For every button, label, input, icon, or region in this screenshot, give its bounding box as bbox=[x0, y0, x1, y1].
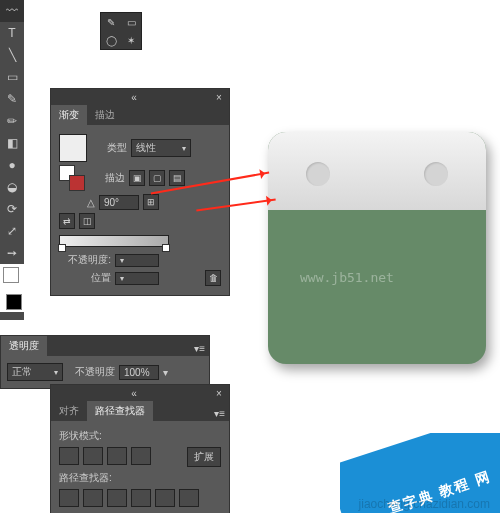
rotate-tool[interactable]: ⟳ bbox=[0, 198, 24, 220]
pf-divide[interactable] bbox=[59, 489, 79, 507]
position-label: 位置 bbox=[59, 271, 111, 285]
tab-transparency[interactable]: 透明度 bbox=[1, 336, 47, 356]
fill-stroke-proxy[interactable] bbox=[59, 165, 85, 191]
watermark-url: jiaocheng.chazidian.com bbox=[359, 497, 490, 511]
flyout-tool-3[interactable]: ◯ bbox=[101, 31, 121, 49]
type-label: 类型 bbox=[91, 141, 127, 155]
flyout-tool-2[interactable]: ▭ bbox=[121, 13, 141, 31]
flyout-tool-panel: ✎ ▭ ◯ ✶ bbox=[100, 12, 142, 50]
flyout-tool-4[interactable]: ✶ bbox=[121, 31, 141, 49]
panel-menu-icon[interactable]: ▾≡ bbox=[210, 406, 229, 421]
artwork-hole-left bbox=[306, 162, 330, 186]
canvas-artwork bbox=[268, 132, 486, 364]
shape-mode-label: 形状模式: bbox=[59, 429, 221, 443]
flyout-tool-1[interactable]: ✎ bbox=[101, 13, 121, 31]
stop-position-select[interactable] bbox=[115, 272, 159, 285]
gradient-ramp[interactable] bbox=[59, 235, 169, 247]
gradient-stop-end[interactable] bbox=[162, 244, 170, 252]
opacity-field[interactable]: 100% bbox=[119, 365, 159, 380]
opacity-label: 不透明度: bbox=[59, 253, 111, 267]
tab-align[interactable]: 对齐 bbox=[51, 401, 87, 421]
lasso-tool[interactable]: 〰 bbox=[0, 0, 24, 22]
shapemode-minus-front[interactable] bbox=[83, 447, 103, 465]
pf-minus-back[interactable] bbox=[179, 489, 199, 507]
gradient-stop-start[interactable] bbox=[58, 244, 66, 252]
angle-field[interactable]: 90° bbox=[99, 195, 139, 210]
grad-option-icon[interactable]: ◫ bbox=[79, 213, 95, 229]
stroke-align-3[interactable]: ▤ bbox=[169, 170, 185, 186]
blend-tool[interactable]: ◧ bbox=[0, 132, 24, 154]
shapemode-exclude[interactable] bbox=[131, 447, 151, 465]
blend-mode-select[interactable]: 正常 bbox=[7, 363, 63, 381]
tab-stroke[interactable]: 描边 bbox=[87, 105, 123, 125]
fill-color-swatch[interactable] bbox=[0, 264, 24, 288]
type-select[interactable]: 线性 bbox=[131, 139, 191, 157]
line-tool[interactable]: ╲ bbox=[0, 44, 24, 66]
trash-icon[interactable]: 🗑 bbox=[205, 270, 221, 286]
panel-menu-icon[interactable]: ▾≡ bbox=[190, 341, 209, 356]
gradient-preview-swatch[interactable] bbox=[59, 134, 87, 162]
close-icon[interactable]: × bbox=[213, 388, 225, 399]
artwork-hole-right bbox=[424, 162, 448, 186]
collapse-icon[interactable]: « bbox=[128, 92, 140, 103]
type-tool[interactable]: T bbox=[0, 22, 24, 44]
pf-crop[interactable] bbox=[131, 489, 151, 507]
eraser-tool[interactable]: ◒ bbox=[0, 176, 24, 198]
stop-opacity-select[interactable] bbox=[115, 254, 159, 267]
pathfinder-panel: « × 对齐 路径查找器 ▾≡ 形状模式: 扩展 路径查找器: bbox=[50, 384, 230, 513]
rect-tool[interactable]: ▭ bbox=[0, 66, 24, 88]
stroke-label: 描边 bbox=[89, 171, 125, 185]
tools-toolbar: 〰 T ╲ ▭ ✎ ✏ ◧ ● ◒ ⟳ ⤢ ➙ bbox=[0, 0, 24, 320]
tab-row: 渐变 描边 bbox=[51, 105, 229, 125]
blob-tool[interactable]: ● bbox=[0, 154, 24, 176]
stroke-color-swatch[interactable] bbox=[0, 288, 24, 312]
pf-merge[interactable] bbox=[107, 489, 127, 507]
reverse-gradient-icon[interactable]: ⇄ bbox=[59, 213, 75, 229]
tab-gradient[interactable]: 渐变 bbox=[51, 105, 87, 125]
collapse-icon[interactable]: « bbox=[128, 388, 140, 399]
angle-icon: △ bbox=[59, 197, 95, 208]
scale-tool[interactable]: ⤢ bbox=[0, 220, 24, 242]
pf-outline[interactable] bbox=[155, 489, 175, 507]
pathfinder-label: 路径查找器: bbox=[59, 471, 221, 485]
panel-header[interactable]: « × bbox=[51, 89, 229, 105]
close-icon[interactable]: × bbox=[213, 92, 225, 103]
shapemode-intersect[interactable] bbox=[107, 447, 127, 465]
shapemode-unite[interactable] bbox=[59, 447, 79, 465]
width-tool[interactable]: ➙ bbox=[0, 242, 24, 264]
artwork-top-cap bbox=[268, 132, 486, 210]
opacity-label: 不透明度 bbox=[67, 365, 115, 379]
expand-button[interactable]: 扩展 bbox=[187, 447, 221, 467]
aspect-icon[interactable]: ⊞ bbox=[143, 194, 159, 210]
chevron-down-icon[interactable]: ▾ bbox=[163, 367, 168, 378]
gradient-panel: « × 渐变 描边 类型 线性 描边 ▣ ▢ ▤ △ 90° ⊞ ⇄ ◫ bbox=[50, 88, 230, 296]
brush-tool[interactable]: ✎ bbox=[0, 88, 24, 110]
stroke-align-2[interactable]: ▢ bbox=[149, 170, 165, 186]
pencil-tool[interactable]: ✏ bbox=[0, 110, 24, 132]
transparency-panel: 透明度 ▾≡ 正常 不透明度 100% ▾ bbox=[0, 335, 210, 389]
pf-trim[interactable] bbox=[83, 489, 103, 507]
tab-pathfinder[interactable]: 路径查找器 bbox=[87, 401, 153, 421]
stroke-align-1[interactable]: ▣ bbox=[129, 170, 145, 186]
watermark-faint: www.jb51.net bbox=[300, 270, 394, 285]
